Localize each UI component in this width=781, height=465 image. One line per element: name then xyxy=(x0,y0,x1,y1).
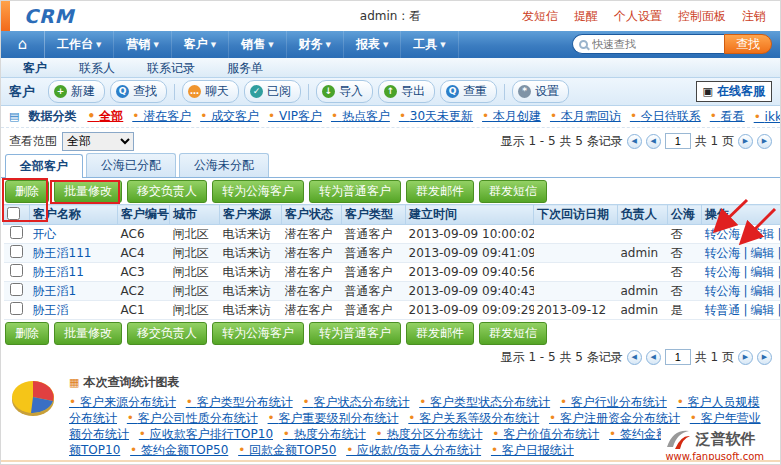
batch-edit-button[interactable]: 批量修改 xyxy=(54,180,122,203)
to-public-pool-button[interactable]: 转为公海客户 xyxy=(212,322,304,345)
category-vip[interactable]: VIP客户 xyxy=(268,108,322,125)
op-delete-link[interactable]: 删除 xyxy=(775,303,781,317)
subnav-item-service-orders[interactable]: 服务单 xyxy=(211,58,279,78)
stat-link[interactable]: 热度分布统计 xyxy=(283,427,366,441)
last-page-button[interactable]: ▶ xyxy=(757,134,772,149)
customer-name-link[interactable]: 胁王滔11 xyxy=(33,265,84,279)
op-edit-link[interactable]: 编辑 xyxy=(741,303,775,317)
find-button[interactable]: Q 查找 xyxy=(110,80,167,103)
mark-read-button[interactable]: ✓ 已阅 xyxy=(244,80,301,103)
to-normal-customer-button[interactable]: 转为普通客户 xyxy=(309,180,401,203)
category-30days[interactable]: 30天未更新 xyxy=(399,108,473,125)
nav-item-finance[interactable]: 财务 ▼ xyxy=(287,31,344,58)
online-service-button[interactable]: ▣ 在线客服 xyxy=(696,81,772,102)
op-to-normal-link[interactable]: 转普通 xyxy=(705,303,741,317)
stat-link[interactable]: 客户注册资金分布统计 xyxy=(549,411,680,425)
nav-item-reports[interactable]: 报表 ▼ xyxy=(344,31,401,58)
category-deal[interactable]: 成交客户 xyxy=(200,108,259,125)
row-checkbox[interactable] xyxy=(10,264,23,277)
stat-link[interactable]: 客户类型分布统计 xyxy=(186,395,293,409)
import-button[interactable]: ↓ 导入 xyxy=(316,80,373,103)
category-all[interactable]: 全部 xyxy=(87,108,123,125)
op-delete-link[interactable]: 删除 xyxy=(775,265,781,279)
category-custom-1[interactable]: 看看 xyxy=(710,108,745,125)
to-public-pool-button[interactable]: 转为公海客户 xyxy=(212,180,304,203)
subnav-item-contact-records[interactable]: 联系记录 xyxy=(131,58,211,78)
select-all-checkbox[interactable] xyxy=(7,207,20,220)
op-to-public-link[interactable]: 转公海 xyxy=(705,284,741,298)
prev-page-button[interactable]: ◀ xyxy=(646,350,661,365)
op-to-public-link[interactable]: 转公海 xyxy=(705,246,741,260)
export-button[interactable]: ↑ 导出 xyxy=(378,80,435,103)
customer-name-link[interactable]: 胁王滔1 xyxy=(33,284,77,298)
stat-link[interactable]: 客户公司性质分布统计 xyxy=(127,411,258,425)
first-page-button[interactable]: ◀ xyxy=(627,134,642,149)
customer-name-link[interactable]: 胁王滔111 xyxy=(33,246,92,260)
op-delete-link[interactable]: 删除 xyxy=(775,227,781,241)
prev-page-button[interactable]: ◀ xyxy=(646,134,661,149)
to-normal-customer-button[interactable]: 转为普通客户 xyxy=(309,322,401,345)
next-page-button[interactable]: ▶ xyxy=(738,134,753,149)
quick-search-input[interactable] xyxy=(592,38,710,50)
nav-item-sales[interactable]: 销售 ▼ xyxy=(229,31,286,58)
stat-link[interactable]: 客户行业分布统计 xyxy=(560,395,667,409)
tab-public-unassigned[interactable]: 公海未分配 xyxy=(179,153,269,177)
customer-name-link[interactable]: 开心 xyxy=(33,227,57,241)
mass-sms-button[interactable]: 群发短信 xyxy=(479,322,547,345)
op-delete-link[interactable]: 删除 xyxy=(775,284,781,298)
batch-edit-button[interactable]: 批量修改 xyxy=(54,322,122,345)
page-input[interactable] xyxy=(665,349,691,365)
stat-link[interactable]: 签约金额TOP50 xyxy=(130,443,228,457)
category-created-this-month[interactable]: 本月创建 xyxy=(482,108,541,125)
op-edit-link[interactable]: 编辑 xyxy=(741,227,775,241)
scope-select[interactable]: 全部 xyxy=(62,132,134,151)
op-to-public-link[interactable]: 转公海 xyxy=(705,227,741,241)
delete-button[interactable]: 删除 xyxy=(5,180,49,203)
stat-link[interactable]: 客户日报统计 xyxy=(491,443,574,457)
delete-button[interactable]: 删除 xyxy=(5,322,49,345)
stat-link[interactable]: 客户类型状态分布统计 xyxy=(419,395,550,409)
row-checkbox[interactable] xyxy=(10,302,23,315)
home-icon[interactable]: ⌂ xyxy=(1,31,45,58)
personal-settings-link[interactable]: 个人设置 xyxy=(614,8,662,25)
row-checkbox[interactable] xyxy=(10,245,23,258)
stat-link[interactable]: 客户重要级别分布统计 xyxy=(268,411,399,425)
tab-all-customers[interactable]: 全部客户 xyxy=(5,154,83,178)
new-button[interactable]: + 新建 xyxy=(48,80,105,103)
nav-item-workbench[interactable]: 工作台 ▼ xyxy=(45,31,114,58)
mass-sms-button[interactable]: 群发短信 xyxy=(479,180,547,203)
mass-email-button[interactable]: 群发邮件 xyxy=(406,180,474,203)
op-to-public-link[interactable]: 转公海 xyxy=(705,265,741,279)
page-input[interactable] xyxy=(665,133,691,149)
op-edit-link[interactable]: 编辑 xyxy=(741,284,775,298)
category-potential[interactable]: 潜在客户 xyxy=(132,108,191,125)
last-page-button[interactable]: ▶ xyxy=(757,350,772,365)
nav-item-marketing[interactable]: 营销 ▼ xyxy=(114,31,171,58)
row-checkbox[interactable] xyxy=(10,226,23,239)
op-delete-link[interactable]: 删除 xyxy=(775,246,781,260)
op-edit-link[interactable]: 编辑 xyxy=(741,265,775,279)
nav-item-customer[interactable]: 客户 ▼ xyxy=(172,31,229,58)
op-edit-link[interactable]: 编辑 xyxy=(741,246,775,260)
logout-link[interactable]: 注销 xyxy=(742,8,766,25)
chat-button[interactable]: … 聊天 xyxy=(182,80,239,103)
category-custom-2[interactable]: ikk xyxy=(754,110,781,124)
transfer-owner-button[interactable]: 移交负责人 xyxy=(127,322,207,345)
category-revisit-this-month[interactable]: 本月需回访 xyxy=(550,108,621,125)
stat-link[interactable]: 客户状态分布统计 xyxy=(302,395,409,409)
stat-link[interactable]: 热度分区分布统计 xyxy=(376,427,483,441)
category-hot[interactable]: 热点客户 xyxy=(331,108,390,125)
stat-link[interactable]: 应收款客户排行TOP10 xyxy=(139,427,273,441)
duplicate-check-button[interactable]: Q 查重 xyxy=(440,80,497,103)
reminder-link[interactable]: 提醒 xyxy=(574,8,598,25)
stat-link[interactable]: 客户来源分布统计 xyxy=(69,395,176,409)
stat-link[interactable]: 应收款/负责人分布统计 xyxy=(346,443,481,457)
stat-link[interactable]: 回款金额TOP50 xyxy=(238,443,336,457)
mass-email-button[interactable]: 群发邮件 xyxy=(406,322,474,345)
customer-name-link[interactable]: 胁王滔 xyxy=(33,303,69,317)
send-sms-link[interactable]: 发短信 xyxy=(522,8,558,25)
tab-public-assigned[interactable]: 公海已分配 xyxy=(86,153,176,177)
nav-item-tools[interactable]: 工具 ▼ xyxy=(401,31,458,58)
settings-button[interactable]: * 设置 xyxy=(512,80,569,103)
stat-link[interactable]: 客户价值分布统计 xyxy=(492,427,599,441)
